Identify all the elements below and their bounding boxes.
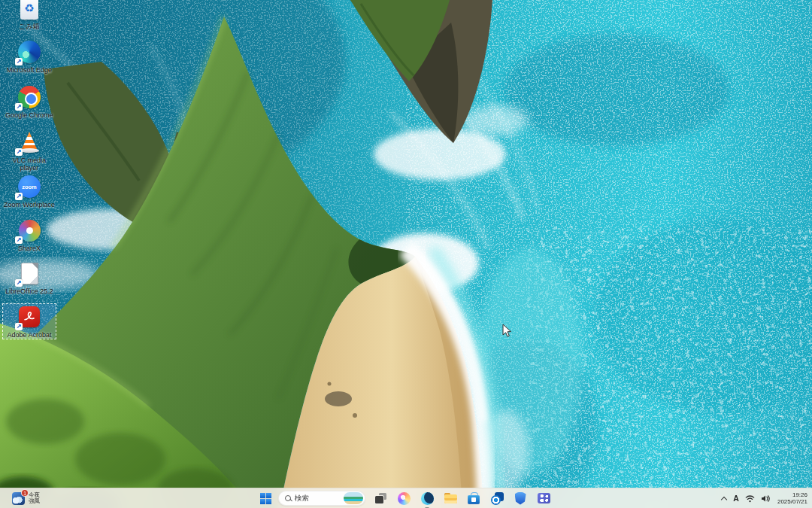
- desktop-icon-label: ShareX: [18, 245, 41, 252]
- weather-line2: 強風: [29, 498, 40, 505]
- copilot-icon: [398, 492, 411, 505]
- hidden-icons-button[interactable]: [721, 495, 727, 501]
- desktop-icon-recycle-bin[interactable]: ごみ箱: [3, 0, 56, 30]
- ime-mode-indicator: A: [733, 494, 739, 503]
- desktop-icon-label: Zoom Workplace: [4, 201, 55, 208]
- start-button[interactable]: [260, 493, 271, 504]
- widgets-button[interactable]: 1 今夜 強風: [8, 488, 44, 508]
- desktop-icon-google-chrome[interactable]: Google Chrome: [3, 84, 56, 119]
- shortcut-arrow-icon: [15, 148, 23, 156]
- folder-icon: [444, 493, 457, 503]
- widgets-notification-badge: 1: [21, 489, 29, 497]
- teams-icon: [538, 493, 550, 503]
- desktop-icon-label: Microsoft Edge: [7, 66, 52, 74]
- taskbar-icon-defender[interactable]: [512, 490, 529, 506]
- desktop[interactable]: ごみ箱 Microsoft Edge Google Chrome VLC med…: [0, 0, 812, 508]
- clock-button[interactable]: 19:26 2025/07/21: [777, 491, 807, 506]
- shortcut-arrow-icon: [15, 236, 23, 244]
- desktop-icon-vlc[interactable]: VLC media player: [3, 129, 56, 172]
- search-icon: [285, 495, 291, 501]
- taskbar-icon-outlook[interactable]: [489, 490, 505, 506]
- tray-time: 19:26: [792, 491, 807, 498]
- taskbar-search-box[interactable]: 検索: [278, 491, 365, 506]
- desktop-icon-libreoffice[interactable]: LibreOffice 25.2: [3, 260, 56, 295]
- shortcut-arrow-icon: [15, 193, 23, 200]
- desktop-icon-label: Google Chrome: [5, 111, 53, 119]
- tray-date: 2025/07/21: [777, 498, 807, 505]
- desktop-icon-adobe-acrobat[interactable]: Adobe Acrobat: [3, 304, 56, 339]
- edge-icon: [421, 492, 434, 505]
- desktop-icon-label: ごみ箱: [19, 23, 39, 30]
- desktop-icon-sharex[interactable]: ShareX: [3, 217, 56, 252]
- system-tray: A 19:26 2025/07/21: [721, 488, 807, 508]
- desktop-icon-label: Adobe Acrobat: [7, 331, 51, 339]
- bing-daily-image-thumbnail[interactable]: [344, 492, 363, 504]
- desktop-icon-microsoft-edge[interactable]: Microsoft Edge: [3, 39, 56, 74]
- speaker-icon: [761, 494, 771, 503]
- task-view-icon: [375, 493, 386, 503]
- shortcut-arrow-icon: [15, 279, 23, 287]
- taskbar-icon-microsoft-teams[interactable]: [535, 490, 552, 506]
- taskbar-icon-file-explorer[interactable]: [442, 490, 459, 506]
- ime-mode-button[interactable]: A: [733, 494, 739, 503]
- windows-logo-icon: [260, 493, 271, 504]
- shield-icon: [515, 492, 526, 505]
- shortcut-arrow-icon: [15, 103, 23, 111]
- recycle-bin-icon: [20, 0, 38, 20]
- task-view-button[interactable]: [372, 490, 389, 506]
- clock-datetime: 19:26 2025/07/21: [777, 491, 807, 506]
- taskbar-center-group: 検索: [260, 488, 552, 508]
- libreoffice-document-icon: [21, 263, 38, 284]
- shortcut-arrow-icon: [15, 58, 23, 65]
- search-placeholder-text: 検索: [295, 494, 340, 503]
- shortcut-arrow-icon: [15, 323, 23, 330]
- network-button[interactable]: [745, 494, 755, 503]
- taskbar-icon-microsoft-store[interactable]: [465, 490, 482, 506]
- wifi-icon: [745, 494, 755, 503]
- widgets-weather-text: 今夜 強風: [29, 492, 40, 505]
- desktop-icon-label: VLC media player: [4, 157, 55, 172]
- desktop-icon-label: LibreOffice 25.2: [5, 287, 53, 295]
- weather-widget-icon: 1: [12, 492, 25, 505]
- taskbar-icon-copilot[interactable]: [395, 490, 412, 506]
- volume-button[interactable]: [761, 494, 771, 503]
- store-bag-icon: [468, 492, 480, 504]
- desktop-wallpaper: [0, 0, 812, 508]
- chevron-up-icon: [721, 495, 727, 501]
- outlook-icon: [491, 492, 504, 505]
- taskbar-icon-microsoft-edge[interactable]: [419, 490, 435, 506]
- taskbar: 1 今夜 強風 検索: [0, 488, 812, 508]
- desktop-icon-zoom-workplace[interactable]: Zoom Workplace: [3, 174, 56, 208]
